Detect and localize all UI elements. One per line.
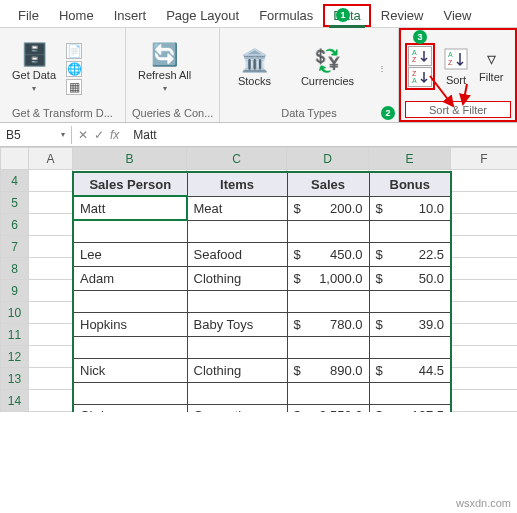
cell-bo[interactable]: 10.0 bbox=[369, 196, 451, 220]
group-queries: Queries & Con... bbox=[132, 105, 213, 120]
cell-bo[interactable]: 22.5 bbox=[369, 242, 451, 266]
hdr-bonus: Bonus bbox=[369, 172, 451, 196]
fx-icon[interactable]: fx bbox=[110, 128, 119, 142]
row-13[interactable]: 13 bbox=[1, 368, 29, 390]
stocks-label: Stocks bbox=[238, 75, 271, 87]
cell-sa[interactable]: 780.0 bbox=[287, 312, 369, 336]
svg-text:Z: Z bbox=[448, 59, 453, 66]
stocks-icon: 🏛️ bbox=[241, 50, 268, 72]
cell-it[interactable]: Clothing bbox=[187, 358, 287, 382]
filter-label: Filter bbox=[479, 71, 503, 83]
formula-value[interactable]: Matt bbox=[125, 126, 517, 144]
refresh-all-button[interactable]: 🔄 Refresh All ▾ bbox=[132, 42, 197, 95]
row-11[interactable]: 11 bbox=[1, 324, 29, 346]
row-12[interactable]: 12 bbox=[1, 346, 29, 368]
data-table[interactable]: Sales Person Items Sales Bonus MattMeat2… bbox=[72, 171, 452, 412]
stocks-button[interactable]: 🏛️ Stocks bbox=[232, 48, 277, 89]
cell-it[interactable]: Meat bbox=[187, 196, 287, 220]
get-data-icon: 🗄️ bbox=[21, 44, 48, 66]
refresh-icon: 🔄 bbox=[151, 44, 178, 66]
tab-view[interactable]: View bbox=[433, 4, 481, 27]
cell-sa[interactable]: 200.0 bbox=[287, 196, 369, 220]
cell-sp[interactable]: Hopkins bbox=[73, 312, 187, 336]
col-f[interactable]: F bbox=[451, 148, 518, 170]
currencies-icon: 💱 bbox=[314, 50, 341, 72]
cell-sp[interactable]: Chris bbox=[73, 404, 187, 412]
tab-file[interactable]: File bbox=[8, 4, 49, 27]
sort-az-button[interactable]: AZ bbox=[408, 46, 432, 66]
svg-text:A: A bbox=[448, 51, 453, 58]
get-data-label: Get Data bbox=[12, 69, 56, 81]
name-box[interactable]: B5 ▾ bbox=[0, 126, 72, 144]
row-6[interactable]: 6 bbox=[1, 214, 29, 236]
row-8[interactable]: 8 bbox=[1, 258, 29, 280]
tab-formulas[interactable]: Formulas bbox=[249, 4, 323, 27]
svg-text:A: A bbox=[412, 77, 417, 84]
cell-it[interactable]: Cosmetics bbox=[187, 404, 287, 412]
chevron-down-icon: ▾ bbox=[32, 84, 36, 93]
col-d[interactable]: D bbox=[287, 148, 369, 170]
cell-sa[interactable]: 1,000.0 bbox=[287, 266, 369, 290]
cell-it[interactable]: Seafood bbox=[187, 242, 287, 266]
enter-icon[interactable]: ✓ bbox=[94, 128, 104, 142]
more-datatypes[interactable]: ⋮ bbox=[378, 64, 386, 73]
row-9[interactable]: 9 bbox=[1, 280, 29, 302]
col-a[interactable]: A bbox=[29, 148, 73, 170]
from-table-button[interactable]: ▦ bbox=[66, 79, 82, 95]
group-sort-filter: Sort & Filter bbox=[405, 101, 511, 118]
filter-button[interactable]: ▿ Filter bbox=[477, 50, 505, 83]
cell-bo[interactable]: 39.0 bbox=[369, 312, 451, 336]
select-all[interactable] bbox=[1, 148, 29, 170]
tab-pagelayout[interactable]: Page Layout bbox=[156, 4, 249, 27]
hdr-sales: Sales bbox=[287, 172, 369, 196]
hdr-items: Items bbox=[187, 172, 287, 196]
from-text-button[interactable]: 📄 bbox=[66, 43, 82, 59]
cell-bo[interactable]: 44.5 bbox=[369, 358, 451, 382]
currencies-label: Currencies bbox=[301, 75, 354, 87]
cell-bo[interactable]: 127.5 bbox=[369, 404, 451, 412]
cell-sp[interactable]: Matt bbox=[73, 196, 187, 220]
cell-sp[interactable]: Nick bbox=[73, 358, 187, 382]
callout-3: 3 bbox=[413, 30, 427, 44]
sort-za-button[interactable]: ZA bbox=[408, 67, 432, 87]
row-10[interactable]: 10 bbox=[1, 302, 29, 324]
tab-insert[interactable]: Insert bbox=[104, 4, 157, 27]
col-b[interactable]: B bbox=[73, 148, 187, 170]
hdr-sales-person: Sales Person bbox=[73, 172, 187, 196]
row-14[interactable]: 14 bbox=[1, 390, 29, 412]
cell-sa[interactable]: 890.0 bbox=[287, 358, 369, 382]
group-get-transform: Get & Transform D... bbox=[6, 105, 119, 120]
row-4[interactable]: 4 bbox=[1, 170, 29, 192]
row-5[interactable]: 5 bbox=[1, 192, 29, 214]
col-e[interactable]: E bbox=[369, 148, 451, 170]
cell-sa[interactable]: 450.0 bbox=[287, 242, 369, 266]
svg-text:Z: Z bbox=[412, 70, 417, 77]
refresh-label: Refresh All bbox=[138, 69, 191, 81]
get-data-button[interactable]: 🗄️ Get Data ▾ bbox=[6, 42, 62, 95]
sort-button[interactable]: AZ Sort bbox=[439, 47, 473, 86]
tab-home[interactable]: Home bbox=[49, 4, 104, 27]
cell-sp[interactable]: Adam bbox=[73, 266, 187, 290]
row-7[interactable]: 7 bbox=[1, 236, 29, 258]
col-c[interactable]: C bbox=[187, 148, 287, 170]
sort-icon: AZ bbox=[443, 47, 469, 71]
cell-bo[interactable]: 50.0 bbox=[369, 266, 451, 290]
cell-sp[interactable]: Lee bbox=[73, 242, 187, 266]
callout-2: 2 bbox=[381, 106, 395, 120]
tab-review[interactable]: Review bbox=[371, 4, 434, 27]
svg-text:A: A bbox=[412, 49, 417, 56]
filter-icon: ▿ bbox=[487, 50, 496, 68]
name-box-value: B5 bbox=[6, 128, 21, 142]
chevron-down-icon: ▾ bbox=[61, 130, 65, 139]
currencies-button[interactable]: 💱 Currencies bbox=[295, 48, 360, 89]
sort-label: Sort bbox=[446, 74, 466, 86]
from-web-button[interactable]: 🌐 bbox=[66, 61, 82, 77]
ribbon-tabs: File Home Insert Page Layout Formulas Da… bbox=[0, 0, 517, 28]
callout-1: 1 bbox=[336, 8, 350, 22]
ribbon: 🗄️ Get Data ▾ 📄 🌐 ▦ Get & Transform D...… bbox=[0, 28, 517, 123]
cell-it[interactable]: Clothing bbox=[187, 266, 287, 290]
cell-it[interactable]: Baby Toys bbox=[187, 312, 287, 336]
cancel-icon[interactable]: ✕ bbox=[78, 128, 88, 142]
worksheet[interactable]: A B C D E F 4567891011121314 Sales Perso… bbox=[0, 147, 517, 412]
cell-sa[interactable]: 2,550.0 bbox=[287, 404, 369, 412]
